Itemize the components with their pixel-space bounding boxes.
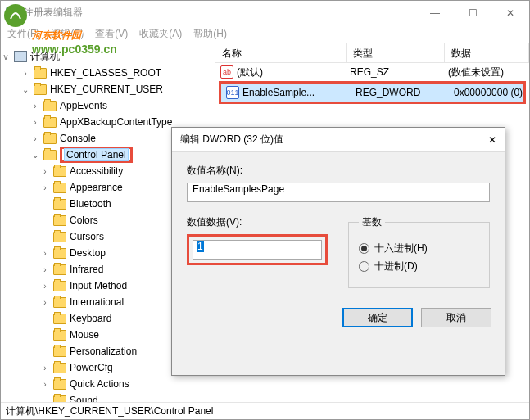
tree-item[interactable]: ›AppEvents — [1, 97, 215, 114]
folder-icon — [53, 281, 66, 291]
folder-icon — [53, 363, 66, 373]
tree-item-label: Appearance — [70, 182, 123, 193]
folder-icon — [53, 264, 66, 275]
tree-item-label: Console — [60, 133, 96, 144]
cancel-button[interactable]: 取消 — [421, 308, 491, 327]
value-data-input[interactable]: 1 — [193, 240, 322, 260]
ok-button[interactable]: 确定 — [342, 308, 413, 327]
folder-icon — [53, 232, 66, 242]
tree-item-label: Desktop — [70, 247, 106, 259]
tree-item[interactable]: ›HKEY_CLASSES_ROOT — [1, 65, 215, 81]
titlebar: 注册表编辑器 — ☐ ✕ — [1, 1, 529, 25]
folder-icon — [43, 101, 57, 111]
folder-icon — [53, 330, 66, 341]
col-type[interactable]: 类型 — [347, 43, 445, 62]
tree-item-label: Accessibility — [70, 165, 123, 177]
col-data[interactable]: 数据 — [445, 43, 529, 62]
radio-hex[interactable]: 十六进制(H) — [359, 242, 479, 255]
tree-item-label: Keyboard — [70, 313, 111, 324]
menu-file[interactable]: 文件(F) — [7, 27, 39, 41]
tree-item-label: HKEY_CLASSES_ROOT — [50, 67, 161, 79]
folder-icon — [53, 395, 66, 403]
value-data: (数值未设置) — [445, 65, 529, 79]
folder-icon — [53, 199, 66, 210]
tree-item-label: Control Panel — [60, 147, 133, 163]
tree-item-label: AppXBackupContentType — [60, 116, 172, 128]
value-name-input[interactable]: EnableSamplesPage — [187, 183, 490, 202]
value-type: REG_SZ — [347, 66, 445, 78]
folder-icon — [53, 297, 66, 308]
folder-icon — [53, 379, 66, 390]
tree-item-label: Infrared — [70, 264, 103, 275]
tree-item-label: HKEY_CURRENT_USER — [50, 84, 163, 95]
radio-dot-icon — [359, 261, 369, 272]
tree-item-label: Input Method — [70, 280, 127, 291]
radio-dot-icon — [359, 243, 369, 254]
dialog-close-button[interactable]: ✕ — [488, 134, 496, 146]
value-data-label: 数值数据(V): — [187, 215, 328, 229]
tree-item-label: Quick Actions — [70, 378, 129, 390]
folder-icon — [43, 150, 57, 160]
value-data: 0x00000000 (0) — [451, 87, 523, 98]
statusbar: 计算机\HKEY_CURRENT_USER\Control Panel — [1, 402, 529, 420]
menu-view[interactable]: 查看(V) — [95, 27, 128, 41]
site-logo-icon — [2, 2, 29, 29]
tree-item[interactable]: ⌄HKEY_CURRENT_USER — [1, 81, 215, 97]
tree-item-label: Mouse — [70, 329, 99, 341]
list-row[interactable]: 011EnableSample...REG_DWORD0x00000000 (0… — [221, 84, 523, 102]
maximize-button[interactable]: ☐ — [454, 1, 491, 25]
tree-item-label: Colors — [70, 215, 98, 226]
tree-item[interactable]: Sound — [1, 392, 215, 402]
dialog-title: 编辑 DWORD (32 位)值 — [180, 133, 283, 147]
tree-item-label: Cursors — [70, 231, 104, 242]
tree-root[interactable]: v计算机 — [1, 48, 215, 65]
svg-point-0 — [4, 4, 27, 27]
value-type: REG_DWORD — [352, 87, 451, 98]
status-path: 计算机\HKEY_CURRENT_USER\Control Panel — [6, 404, 213, 418]
folder-icon — [34, 68, 47, 79]
radio-dec[interactable]: 十进制(D) — [359, 260, 479, 273]
close-button[interactable]: ✕ — [491, 1, 529, 25]
folder-icon — [43, 133, 57, 144]
window-title: 注册表编辑器 — [24, 6, 416, 20]
folder-icon — [53, 314, 66, 324]
value-name: EnableSample... — [242, 87, 315, 98]
base-legend: 基数 — [359, 215, 385, 229]
folder-icon — [53, 166, 66, 177]
tree-item-label: Personalization — [70, 345, 137, 357]
tree-item-label: AppEvents — [60, 100, 107, 111]
tree-item-label: International — [70, 296, 124, 308]
folder-icon — [34, 84, 47, 95]
value-data-highlight: 1 — [187, 234, 328, 265]
tree-item-label: Bluetooth — [70, 198, 111, 210]
edit-dword-dialog: 编辑 DWORD (32 位)值 ✕ 数值名称(N): EnableSample… — [171, 127, 505, 376]
value-name-label: 数值名称(N): — [187, 164, 490, 178]
menu-help[interactable]: 帮助(H) — [193, 27, 227, 41]
menubar: 文件(F) 编辑(E) 查看(V) 收藏夹(A) 帮助(H) — [1, 25, 529, 43]
value-type-icon: 011 — [226, 86, 239, 99]
tree-item-label: PowerCfg — [70, 362, 113, 373]
col-name[interactable]: 名称 — [215, 43, 347, 62]
value-type-icon: ab — [220, 65, 233, 79]
folder-icon — [53, 248, 66, 259]
folder-icon — [53, 215, 66, 226]
menu-favorites[interactable]: 收藏夹(A) — [139, 27, 182, 41]
folder-icon — [53, 183, 66, 193]
menu-edit[interactable]: 编辑(E) — [51, 27, 84, 41]
list-header: 名称 类型 数据 — [215, 43, 529, 63]
value-name: (默认) — [237, 65, 263, 79]
base-fieldset: 基数 十六进制(H) 十进制(D) — [348, 215, 490, 288]
tree-item-label: Sound — [70, 395, 98, 402]
list-row[interactable]: ab(默认)REG_SZ(数值未设置) — [215, 63, 529, 81]
folder-icon — [43, 117, 57, 128]
minimize-button[interactable]: — — [416, 1, 454, 25]
tree-item[interactable]: ›Quick Actions — [1, 376, 215, 392]
folder-icon — [53, 346, 66, 357]
